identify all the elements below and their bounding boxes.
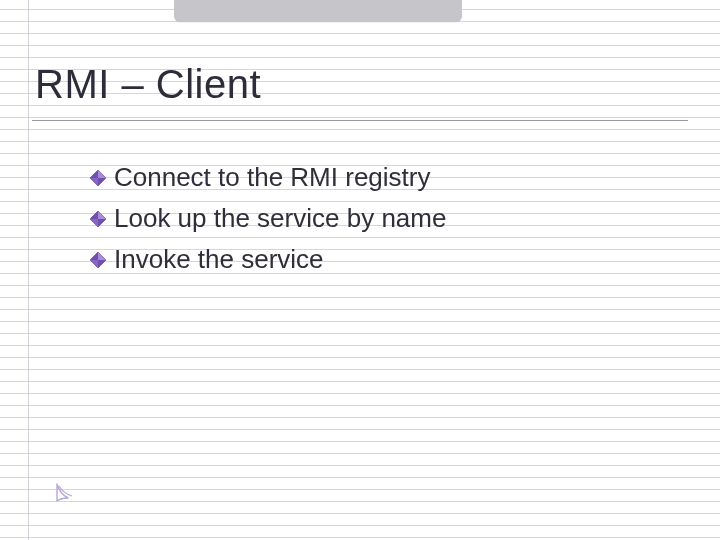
diamond-bullet-icon: [90, 252, 106, 268]
list-item: Look up the service by name: [90, 201, 660, 236]
slide: RMI – Client Connect to the RMI registry: [0, 0, 720, 540]
svg-marker-4: [98, 211, 106, 219]
svg-marker-1: [98, 170, 106, 178]
diamond-bullet-icon: [90, 170, 106, 186]
diamond-bullet-icon: [90, 211, 106, 227]
svg-marker-5: [90, 219, 98, 227]
list-item: Connect to the RMI registry: [90, 160, 660, 195]
bullet-text: Look up the service by name: [114, 201, 446, 236]
title-underline: [32, 120, 688, 121]
bullet-text: Invoke the service: [114, 242, 324, 277]
top-accent-bar: [174, 0, 462, 22]
bullet-text: Connect to the RMI registry: [114, 160, 430, 195]
corner-mark-icon: [56, 482, 82, 502]
slide-title: RMI – Client: [35, 62, 261, 107]
list-item: Invoke the service: [90, 242, 660, 277]
bullet-list: Connect to the RMI registry Look up the …: [90, 160, 660, 283]
svg-marker-2: [90, 178, 98, 186]
